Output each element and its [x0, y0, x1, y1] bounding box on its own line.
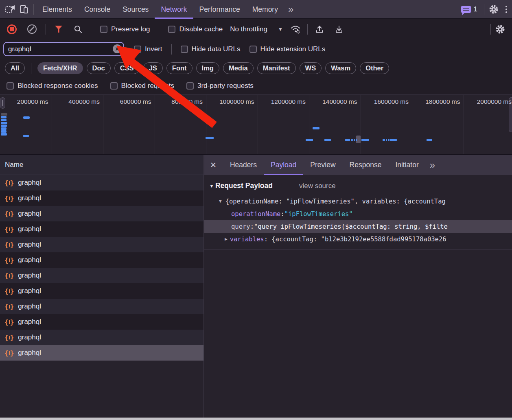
issues-message-icon[interactable] [461, 6, 471, 13]
network-conditions-icon[interactable] [289, 22, 302, 36]
detail-tab-initiator[interactable]: Initiator [388, 155, 425, 175]
request-row[interactable]: {}graphql [0, 221, 203, 237]
tab-sources[interactable]: Sources [116, 0, 155, 19]
payload-operation-line[interactable]: operationName: "ipFlowTimeseries" [204, 208, 512, 220]
checkbox-icon[interactable] [134, 46, 141, 53]
blocked-requests-checkbox[interactable]: Blocked requests [110, 82, 174, 90]
clear-filter-icon[interactable]: ✕ [113, 44, 122, 53]
request-row[interactable]: {}graphql [0, 237, 203, 252]
blocked-response-cookies-label: Blocked response cookies [18, 82, 98, 90]
brace-tick [9, 336, 10, 339]
collapse-triangle-icon[interactable]: ▼ [209, 183, 214, 189]
collapsed-triangle-icon[interactable]: ▶ [225, 236, 228, 242]
chip-other[interactable]: Other [360, 62, 389, 74]
brace-tick [9, 181, 10, 185]
record-network-log-icon[interactable] [7, 24, 17, 34]
checkbox-icon[interactable] [186, 82, 194, 90]
detail-more-tabs-icon[interactable]: » [426, 156, 439, 174]
payload-key: query [231, 223, 250, 230]
timeline-tick-label: 800000 ms [171, 98, 203, 105]
invert-checkbox[interactable]: Invert [134, 45, 162, 53]
tab-memory[interactable]: Memory [246, 0, 284, 19]
filter-funnel-icon[interactable] [52, 22, 66, 36]
request-row[interactable]: {}graphql [0, 330, 203, 345]
waterfall-bar [345, 139, 350, 141]
chip-font[interactable]: Font [166, 62, 193, 74]
network-overview-timeline[interactable]: 200000 ms400000 ms600000 ms800000 ms1000… [0, 94, 512, 155]
payload-root-line[interactable]: ▼ {operationName: "ipFlowTimeseries", va… [204, 195, 512, 208]
divider [46, 24, 46, 35]
filter-input[interactable] [3, 42, 124, 56]
checkbox-icon[interactable] [249, 46, 257, 53]
checkbox-icon[interactable] [7, 82, 14, 90]
blocked-response-cookies-checkbox[interactable]: Blocked response cookies [7, 82, 98, 90]
brace-open: { [4, 256, 9, 264]
network-toolbar: Preserve log Disable cache No throttling… [0, 19, 512, 39]
request-name: graphql [18, 333, 41, 341]
inspect-element-icon[interactable] [3, 2, 17, 16]
request-row[interactable]: {}graphql [0, 268, 203, 283]
chip-js[interactable]: JS [143, 62, 163, 74]
3rd-party-requests-checkbox[interactable]: 3rd-party requests [186, 82, 254, 90]
chip-doc[interactable]: Doc [87, 62, 111, 74]
hide-extension-urls-checkbox[interactable]: Hide extension URLs [249, 45, 326, 53]
device-toolbar-icon[interactable] [17, 2, 31, 16]
request-row[interactable]: {}graphql [0, 299, 203, 314]
throttling-dropdown[interactable]: No throttling ▼ [230, 25, 283, 33]
fetch-xhr-braces-icon: {} [4, 195, 14, 202]
divider [204, 249, 512, 250]
waterfall-bar [386, 139, 387, 141]
overview-left-handle[interactable] [0, 97, 5, 109]
search-icon[interactable] [71, 22, 85, 36]
waterfall-bar [356, 139, 357, 141]
chip-img[interactable]: Img [196, 62, 219, 74]
more-tabs-icon[interactable]: » [284, 0, 298, 18]
request-row[interactable]: {}graphql [0, 190, 203, 206]
chip-css[interactable]: CSS [114, 62, 140, 74]
tab-console[interactable]: Console [78, 0, 116, 19]
expanded-triangle-icon[interactable]: ▼ [219, 199, 222, 204]
divider [159, 24, 159, 35]
payload-variables-line[interactable]: ▶ variables: {accountTag: "b12e3b2192ee5… [204, 233, 512, 245]
checkbox-icon[interactable] [168, 26, 175, 33]
preserve-log-checkbox[interactable]: Preserve log [100, 25, 150, 33]
request-row[interactable]: {}graphql [0, 206, 203, 221]
view-source-link[interactable]: view source [299, 182, 336, 190]
timeline-tick-label: 1600000 ms [374, 98, 409, 105]
detail-tab-payload[interactable]: Payload [264, 155, 303, 175]
network-settings-gear-icon[interactable] [493, 22, 507, 36]
clear-network-log-icon[interactable] [27, 24, 37, 34]
checkbox-icon[interactable] [181, 46, 188, 53]
detail-tab-headers[interactable]: Headers [223, 155, 264, 175]
checkbox-icon[interactable] [110, 82, 118, 90]
export-har-icon[interactable] [332, 22, 346, 36]
brace-close: } [10, 349, 14, 357]
request-row[interactable]: {}graphql [0, 314, 203, 330]
checkbox-icon[interactable] [100, 26, 107, 33]
payload-query-line-selected[interactable]: query: "query ipFlowTimeseries($accountT… [204, 220, 512, 233]
detail-tab-preview[interactable]: Preview [303, 155, 342, 175]
chip-wasm[interactable]: Wasm [325, 62, 356, 74]
chip-fetch-xhr[interactable]: Fetch/XHR [37, 62, 83, 74]
chip-media[interactable]: Media [223, 62, 254, 74]
request-row[interactable]: {}graphql [0, 252, 203, 268]
chip-ws[interactable]: WS [300, 62, 322, 74]
brace-open: { [4, 179, 9, 187]
chip-all[interactable]: All [5, 62, 25, 74]
tab-performance[interactable]: Performance [193, 0, 246, 19]
chip-manifest[interactable]: Manifest [257, 62, 296, 74]
disable-cache-checkbox[interactable]: Disable cache [168, 25, 223, 33]
name-column-header[interactable]: Name [0, 155, 203, 175]
hide-extension-urls-label: Hide extension URLs [260, 45, 326, 53]
customize-menu-icon[interactable] [501, 6, 512, 13]
tab-elements[interactable]: Elements [36, 0, 78, 19]
request-row[interactable]: {}graphql [0, 283, 203, 299]
detail-tab-response[interactable]: Response [343, 155, 389, 175]
tab-network[interactable]: Network [155, 0, 193, 19]
request-row[interactable]: {}graphql [0, 345, 203, 361]
import-har-icon[interactable] [313, 22, 326, 36]
hide-data-urls-checkbox[interactable]: Hide data URLs [181, 45, 241, 53]
settings-gear-icon[interactable] [487, 2, 501, 16]
request-row[interactable]: {}graphql [0, 175, 203, 190]
close-detail-icon[interactable]: ✕ [204, 160, 223, 170]
